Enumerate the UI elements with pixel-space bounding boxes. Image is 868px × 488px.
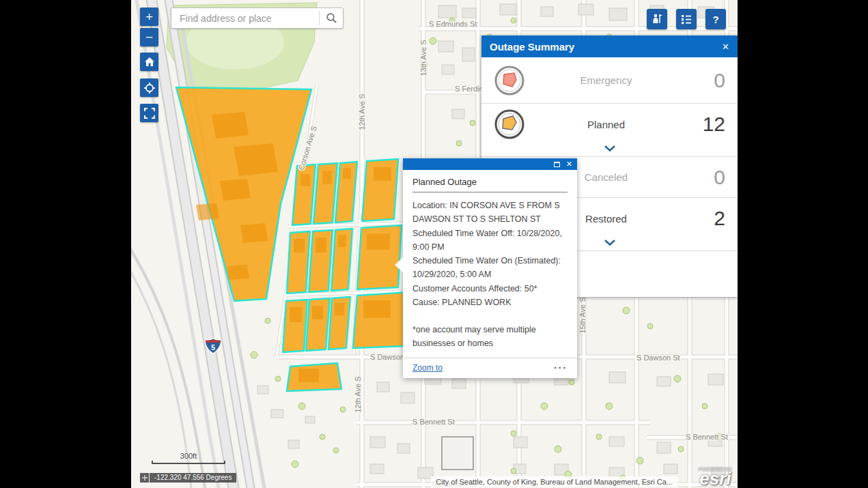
popup-note: *one account may serve multiple business… xyxy=(412,323,568,351)
planned-polygon-icon xyxy=(494,109,525,140)
popup-location: Location: IN CORSON AVE S FROM S DAWSON … xyxy=(412,199,568,227)
scale-label: 300ft xyxy=(152,452,225,460)
coordinate-crosshair-icon[interactable] xyxy=(140,473,149,483)
zoom-out-button[interactable]: − xyxy=(140,28,158,46)
popup-more-button[interactable]: ··· xyxy=(554,362,568,373)
street-label: 12th Ave S xyxy=(358,94,366,130)
street-label: S Dawson St xyxy=(636,354,680,362)
search-input[interactable] xyxy=(171,13,319,24)
outage-row-count: 0 xyxy=(687,69,725,92)
near-me-button[interactable] xyxy=(647,9,667,29)
popup-footer: Zoom to ··· xyxy=(403,358,577,378)
search-icon xyxy=(326,12,337,24)
outage-polygon xyxy=(292,164,316,225)
outage-row-emergency[interactable]: Emergency 0 xyxy=(481,57,738,104)
scale-line xyxy=(152,461,225,464)
popup-title: Planned Outage xyxy=(412,177,568,192)
zoom-in-button[interactable]: + xyxy=(140,8,158,26)
locate-icon xyxy=(143,81,156,95)
panel-close-button[interactable]: ✕ xyxy=(722,42,729,51)
extent-corners-icon xyxy=(143,106,156,120)
popup-accounts: Customer Accounts Affected: 50* xyxy=(412,282,568,296)
scale-bar: 300ft xyxy=(152,452,225,464)
map-attribution: City of Seattle, County of King, Bureau … xyxy=(431,476,677,487)
street-label: 12th Ave S xyxy=(354,376,362,412)
application-window: 5 S Edmunds St 13th Ave S S Ferdinand St… xyxy=(0,0,868,488)
help-button[interactable]: ? xyxy=(705,9,726,29)
panel-header: Outage Summary ✕ xyxy=(481,35,738,57)
street-label: S Bennett St xyxy=(686,433,728,441)
panel-title: Outage Summary xyxy=(490,41,574,53)
popup-maximize-button[interactable] xyxy=(554,162,560,167)
legend-button[interactable] xyxy=(676,9,697,29)
popup-cause: Cause: PLANNED WORK xyxy=(412,296,568,309)
esri-logo: POWERED BY esri xyxy=(699,467,732,486)
popup-time-on: Scheduled Time Water On (Estimated): 10/… xyxy=(412,254,568,282)
planned-collapse-chevron[interactable] xyxy=(481,145,738,157)
esri-wordmark: esri xyxy=(699,472,732,486)
shield-number: 5 xyxy=(211,343,215,351)
popup-titlebar: ✕ xyxy=(403,158,577,170)
popup-close-button[interactable]: ✕ xyxy=(566,160,572,168)
outage-row-count: 2 xyxy=(687,207,725,230)
outage-row-label: Emergency xyxy=(525,74,687,86)
popup-pointer xyxy=(395,257,403,272)
street-label: 15th Ave S xyxy=(578,297,587,333)
coordinate-readout: -122.320 47.556 Degrees xyxy=(150,473,236,483)
chevron-down-icon xyxy=(604,145,616,152)
large-building xyxy=(442,437,473,470)
street-label: S Bennett St xyxy=(412,418,455,426)
street-label: S Edmunds St xyxy=(429,20,477,28)
default-extent-button[interactable] xyxy=(140,104,158,122)
home-icon xyxy=(143,55,156,69)
outage-row-planned[interactable]: Planned 12 xyxy=(481,104,738,145)
question-icon: ? xyxy=(712,14,718,25)
outage-row-count: 12 xyxy=(687,113,725,136)
home-button[interactable] xyxy=(140,53,158,71)
map-view[interactable]: 5 S Edmunds St 13th Ave S S Ferdinand St… xyxy=(131,0,738,488)
outage-row-count: 0 xyxy=(687,166,725,189)
emergency-polygon-icon xyxy=(494,65,525,96)
outage-row-label: Planned xyxy=(525,119,687,130)
locate-button[interactable] xyxy=(140,78,158,97)
person-flag-icon xyxy=(650,12,664,26)
street-label: 13th Ave S xyxy=(419,40,428,76)
feature-popup: ✕ Planned Outage Location: IN CORSON AVE… xyxy=(403,158,577,378)
popup-body: Planned Outage Location: IN CORSON AVE S… xyxy=(403,170,577,358)
chevron-down-icon xyxy=(604,239,616,246)
search-box xyxy=(171,8,344,29)
legend-list-icon xyxy=(680,12,693,26)
zoom-to-link[interactable]: Zoom to xyxy=(412,363,443,373)
search-button[interactable] xyxy=(320,8,343,28)
popup-time-off: Scheduled Time Water Off: 10/28/2020, 9:… xyxy=(412,227,568,255)
